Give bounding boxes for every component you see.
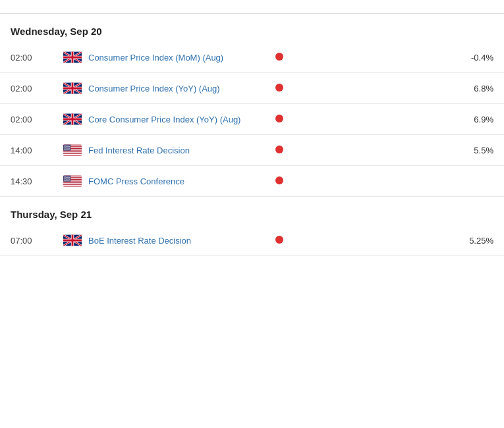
us-flag-icon <box>63 175 82 187</box>
svg-rect-9 <box>63 154 82 155</box>
uk-flag-icon <box>63 113 82 125</box>
svg-point-52 <box>68 177 69 178</box>
volatility-dot <box>275 236 283 244</box>
svg-point-12 <box>65 145 66 146</box>
event-link[interactable]: Consumer Price Index (MoM) (Aug) <box>88 53 223 63</box>
svg-rect-41 <box>63 183 82 184</box>
svg-point-62 <box>68 179 69 180</box>
svg-point-46 <box>67 176 67 176</box>
svg-point-66 <box>67 180 67 181</box>
table-header <box>0 0 504 14</box>
svg-point-61 <box>67 179 68 180</box>
svg-point-32 <box>65 149 66 150</box>
svg-point-11 <box>64 145 65 146</box>
table-row: 07:00 BoE Interest Rate Decision5.25% <box>0 225 504 256</box>
vol-cell <box>256 114 302 124</box>
svg-point-20 <box>69 146 70 147</box>
volatility-dot <box>275 176 283 184</box>
previous-cell: 5.25% <box>434 236 493 246</box>
svg-point-58 <box>69 178 69 179</box>
svg-point-35 <box>69 149 69 150</box>
event-time: 14:00 <box>11 146 63 155</box>
svg-point-54 <box>64 178 65 179</box>
table-row: 14:00 <box>0 135 504 166</box>
svg-point-57 <box>67 178 68 179</box>
svg-point-29 <box>68 148 69 149</box>
sections-container: Wednesday, Sep 2002:00 Consumer Price In… <box>0 14 504 256</box>
vol-cell <box>256 52 302 63</box>
svg-point-44 <box>64 176 65 176</box>
volatility-dot <box>275 146 283 153</box>
event-time: 02:00 <box>11 53 63 63</box>
svg-point-16 <box>65 146 65 147</box>
previous-cell: 5.5% <box>434 146 493 155</box>
event-name-cell: Consumer Price Index (MoM) (Aug) <box>63 51 256 63</box>
svg-point-26 <box>65 148 65 149</box>
date-section-1: Thursday, Sep 21 <box>0 197 504 225</box>
svg-point-13 <box>67 145 67 146</box>
svg-point-49 <box>65 177 65 178</box>
event-name-cell: BoE Interest Rate Decision <box>63 234 256 246</box>
svg-point-60 <box>66 179 67 180</box>
svg-rect-7 <box>63 151 82 151</box>
svg-point-31 <box>64 149 65 150</box>
svg-point-27 <box>66 148 67 149</box>
event-link[interactable]: Consumer Price Index (YoY) (Aug) <box>88 84 220 94</box>
event-time: 07:00 <box>11 236 63 246</box>
svg-point-51 <box>67 177 68 178</box>
uk-flag-icon <box>63 234 82 246</box>
table-row: 14:30 <box>0 166 504 197</box>
svg-point-50 <box>66 177 67 178</box>
svg-point-48 <box>69 176 69 176</box>
calendar-table: Wednesday, Sep 2002:00 Consumer Price In… <box>0 0 504 256</box>
svg-point-67 <box>67 180 68 181</box>
svg-point-17 <box>66 146 67 147</box>
vol-cell <box>256 235 302 246</box>
svg-rect-8 <box>63 152 82 153</box>
svg-point-45 <box>65 176 66 176</box>
event-time: 14:30 <box>11 176 63 186</box>
us-flag-icon <box>63 144 82 156</box>
svg-point-22 <box>65 147 66 148</box>
vol-cell <box>256 83 302 94</box>
previous-cell: -0.4% <box>434 53 493 63</box>
table-row: 02:00 Consumer Price Index (MoM) (Aug)-0… <box>0 42 504 73</box>
svg-point-34 <box>67 149 68 150</box>
svg-point-15 <box>69 145 69 146</box>
svg-point-25 <box>69 147 69 148</box>
volatility-dot <box>275 115 283 122</box>
date-section-0: Wednesday, Sep 20 <box>0 14 504 42</box>
table-row: 02:00 Core Consumer Price Index (YoY) (A… <box>0 104 504 135</box>
svg-point-18 <box>67 146 68 147</box>
volatility-dot <box>275 53 283 61</box>
svg-point-28 <box>67 148 68 149</box>
event-link[interactable]: BoE Interest Rate Decision <box>88 236 191 246</box>
svg-point-63 <box>69 179 70 180</box>
table-row: 02:00 Consumer Price Index (YoY) (Aug)6.… <box>0 73 504 104</box>
svg-point-24 <box>67 147 68 148</box>
uk-flag-icon <box>63 82 82 94</box>
previous-cell: 6.9% <box>434 115 493 124</box>
event-link[interactable]: FOMC Press Conference <box>88 176 184 186</box>
svg-point-65 <box>65 180 66 181</box>
svg-point-33 <box>67 149 67 150</box>
event-link[interactable]: Fed Interest Rate Decision <box>88 146 190 155</box>
svg-point-64 <box>64 180 65 181</box>
volatility-dot <box>275 84 283 92</box>
event-link[interactable]: Core Consumer Price Index (YoY) (Aug) <box>88 115 240 124</box>
svg-point-14 <box>67 145 68 146</box>
svg-point-21 <box>64 147 65 148</box>
svg-point-30 <box>69 148 70 149</box>
event-time: 02:00 <box>11 115 63 124</box>
event-name-cell: Consumer Price Index (YoY) (Aug) <box>63 82 256 94</box>
previous-cell: 6.8% <box>434 84 493 94</box>
vol-cell <box>256 176 302 186</box>
uk-flag-icon <box>63 51 82 63</box>
svg-point-47 <box>67 176 68 176</box>
event-name-cell: Core Consumer Price Index (YoY) (Aug) <box>63 113 256 125</box>
event-name-cell: Fed Interest Rate Decision <box>63 144 256 156</box>
event-name-cell: FOMC Press Conference <box>63 175 256 187</box>
svg-point-53 <box>69 177 70 178</box>
svg-point-68 <box>69 180 69 181</box>
svg-point-23 <box>67 147 67 148</box>
